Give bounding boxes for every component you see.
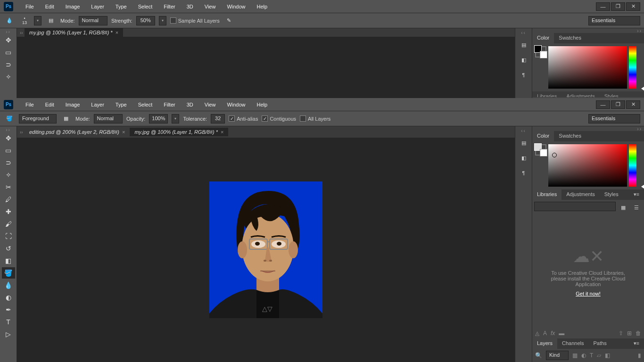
filter-toggle[interactable]: ▮ (638, 352, 641, 359)
add-color-icon[interactable]: ▬ (559, 330, 564, 337)
blur-tool[interactable]: 💧 (2, 280, 15, 291)
strip-grip[interactable]: ‹‹ (521, 128, 526, 133)
color-tab[interactable]: Color (532, 131, 554, 141)
list-view-icon[interactable]: ☰ (631, 202, 642, 213)
styles-tab-hidden[interactable]: Styles (600, 91, 623, 97)
opacity-input[interactable]: 100% (149, 114, 168, 123)
menu-view[interactable]: View (200, 100, 221, 109)
menu-help[interactable]: Help (252, 100, 272, 109)
libraries-tab[interactable]: Libraries (532, 189, 561, 200)
menu-3d[interactable]: 3D (182, 100, 198, 109)
get-it-now-link[interactable]: Get it now! (576, 291, 601, 296)
add-char-icon[interactable]: A (543, 330, 547, 337)
lasso-tool[interactable]: ⊃ (2, 59, 15, 70)
character-icon[interactable]: ¶ (518, 167, 529, 179)
new-icon[interactable]: ⊞ (627, 330, 632, 337)
pen-tool[interactable]: ✒ (2, 304, 15, 315)
close-button[interactable]: ✕ (626, 2, 640, 11)
properties-icon[interactable]: ◧ (518, 54, 529, 66)
filter-shape-icon[interactable]: ▱ (597, 352, 601, 359)
workspace-select[interactable]: Essentials (588, 16, 640, 25)
menu-edit[interactable]: Edit (41, 2, 59, 11)
filter-type-icon[interactable]: T (590, 352, 593, 359)
tolerance-input[interactable]: 32 (211, 114, 225, 123)
menu-type[interactable]: Type (111, 2, 132, 11)
toolbar-grip[interactable]: ›› (0, 30, 17, 34)
all-layers-checkbox[interactable] (300, 115, 306, 122)
menu-image[interactable]: Image (61, 100, 85, 109)
sample-all-checkbox[interactable] (170, 17, 176, 24)
filter-kind-select[interactable]: Kind (546, 351, 569, 360)
minimize-button[interactable]: — (596, 100, 610, 109)
opacity-dropdown[interactable]: ▾ (172, 114, 179, 123)
menu-filter[interactable]: Filter (159, 2, 180, 11)
contiguous-checkbox[interactable] (262, 115, 268, 122)
menu-file[interactable]: File (21, 2, 39, 11)
hue-strip[interactable] (629, 46, 636, 89)
menu-help[interactable]: Help (252, 2, 272, 11)
restore-button[interactable]: ❐ (611, 2, 625, 11)
swatches-tab[interactable]: Swatches (554, 33, 586, 43)
filter-adjust-icon[interactable]: ◐ (581, 352, 586, 359)
color-swatch[interactable] (535, 144, 546, 156)
menu-select[interactable]: Select (133, 100, 157, 109)
color-cursor[interactable] (552, 153, 557, 157)
brush-panel-icon[interactable]: ▤ (45, 15, 57, 26)
color-swatch[interactable] (535, 46, 546, 58)
restore-button[interactable]: ❐ (611, 100, 625, 109)
healing-tool[interactable]: ✚ (2, 206, 15, 217)
trash-icon[interactable]: 🗑 (636, 330, 641, 337)
anti-alias-checkbox[interactable] (229, 115, 235, 122)
menu-file[interactable]: File (21, 100, 39, 109)
eyedropper-tool[interactable]: 🖊 (2, 194, 15, 205)
path-tool[interactable]: ▷ (2, 329, 15, 340)
color-field[interactable] (548, 46, 627, 89)
history-icon[interactable]: ▤ (518, 39, 529, 50)
filter-pixel-icon[interactable]: ▦ (572, 352, 578, 359)
type-tool[interactable]: T (2, 316, 15, 328)
brush-preset[interactable]: • 13 (19, 15, 30, 26)
wand-tool[interactable]: ✧ (2, 71, 15, 82)
paths-tab[interactable]: Paths (589, 338, 611, 349)
hue-strip[interactable] (629, 144, 636, 187)
canvas[interactable]: △▽ (17, 138, 515, 362)
crop-tool[interactable]: ✂ (2, 181, 15, 193)
strip-grip[interactable]: ‹‹ (521, 30, 526, 35)
tabs-grip[interactable]: ›› (20, 130, 25, 135)
tab-close[interactable]: × (221, 129, 223, 135)
background-swatch[interactable] (540, 149, 547, 156)
brush-dropdown[interactable]: ▾ (34, 16, 41, 25)
tabs-grip[interactable]: ›› (20, 30, 25, 35)
filter-smart-icon[interactable]: ◧ (605, 352, 610, 359)
mode-select[interactable]: Normal (94, 114, 123, 123)
menu-view[interactable]: View (200, 2, 221, 11)
library-select[interactable] (534, 202, 616, 211)
blur-tool-icon[interactable]: 💧 (4, 15, 15, 26)
panel-menu-icon[interactable]: ▾≡ (629, 338, 644, 349)
menu-window[interactable]: Window (222, 2, 250, 11)
adjustments-tab[interactable]: Adjustments (561, 189, 600, 200)
color-field[interactable] (548, 144, 627, 187)
minimize-button[interactable]: — (596, 2, 610, 11)
fill-select[interactable]: Foreground (19, 114, 57, 123)
styles-tab[interactable]: Styles (600, 189, 623, 200)
filter-icon[interactable]: 🔍 (535, 352, 542, 359)
marquee-tool[interactable]: ▭ (2, 145, 15, 156)
toolbar-grip[interactable]: ›› (0, 128, 17, 132)
menu-filter[interactable]: Filter (159, 100, 180, 109)
panel-menu-icon[interactable]: ▾≡ (629, 189, 644, 200)
strength-dropdown[interactable]: ▾ (159, 16, 166, 25)
menu-layer[interactable]: Layer (86, 100, 109, 109)
paint-bucket-icon[interactable]: 🪣 (4, 113, 15, 124)
menu-image[interactable]: Image (61, 2, 85, 11)
move-tool[interactable]: ✥ (2, 132, 15, 144)
background-swatch[interactable] (540, 51, 547, 58)
brush-tool[interactable]: 🖌 (2, 218, 15, 230)
wand-tool[interactable]: ✧ (2, 169, 15, 181)
panel-grip[interactable]: ›› (532, 28, 644, 33)
lasso-tool[interactable]: ⊃ (2, 157, 15, 168)
channels-tab[interactable]: Channels (557, 338, 588, 349)
menu-select[interactable]: Select (133, 2, 157, 11)
add-graphic-icon[interactable]: ◬ (535, 330, 539, 337)
grid-view-icon[interactable]: ▦ (618, 202, 629, 213)
